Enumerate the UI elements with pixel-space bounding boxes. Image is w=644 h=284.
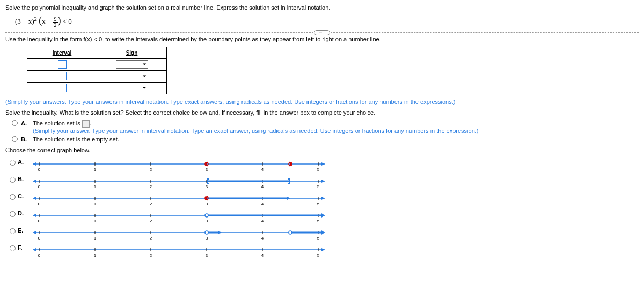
interval-input-1[interactable] <box>58 60 67 69</box>
graph-choice-a: A. 012345 <box>10 158 329 174</box>
svg-text:1: 1 <box>94 167 97 172</box>
svg-text:4: 4 <box>261 236 264 241</box>
choice-b-radio[interactable] <box>12 136 18 142</box>
frac-num: 9 <box>53 17 58 23</box>
section-divider: ····· <box>5 32 639 33</box>
graph-b-label: B. <box>18 176 26 182</box>
svg-text:2: 2 <box>150 219 152 223</box>
svg-point-64 <box>205 214 208 217</box>
graph-choice-c: C. 012345 <box>10 192 329 208</box>
number-line-c: 012345 <box>28 192 329 208</box>
table-row <box>27 58 167 70</box>
svg-text:4: 4 <box>261 167 264 172</box>
sign-select-3[interactable] <box>116 84 148 92</box>
svg-text:2: 2 <box>150 236 152 241</box>
svg-text:5: 5 <box>317 253 320 258</box>
svg-text:4: 4 <box>261 201 264 206</box>
svg-text:2: 2 <box>150 184 152 189</box>
number-line-b: 012345 <box>28 175 329 191</box>
graph-choice-e: E. 012345 <box>10 226 329 242</box>
svg-text:0: 0 <box>38 201 41 206</box>
number-line-e: 012345 <box>28 226 329 242</box>
graph-e-radio[interactable] <box>10 228 16 234</box>
choice-a: A. The solution set is . (Simplify your … <box>12 120 639 134</box>
graph-choice-b: B. 012345 <box>10 175 329 191</box>
interval-input-3[interactable] <box>58 84 67 92</box>
svg-text:4: 4 <box>261 219 264 223</box>
expr-rel: < 0 <box>61 17 72 25</box>
sign-select-1[interactable] <box>116 60 148 69</box>
graph-f-label: F. <box>18 244 26 251</box>
simplify-note: (Simplify your answers. Type your answer… <box>5 99 639 105</box>
graph-c-label: C. <box>18 193 26 199</box>
choice-b-text: The solution set is the empty set. <box>33 136 639 143</box>
svg-text:3: 3 <box>206 184 208 189</box>
graph-b-radio[interactable] <box>10 177 16 183</box>
svg-text:3: 3 <box>206 167 208 172</box>
graph-a-radio[interactable] <box>10 160 16 166</box>
choice-a-text-after: . <box>90 120 91 126</box>
choice-b-label: B. <box>21 136 30 143</box>
expr-base: (3 − x) <box>15 17 34 25</box>
table-row <box>27 82 167 94</box>
graph-choice-f: F. 012345 <box>10 243 329 259</box>
inequality-expression: (3 − x)2 (x − 92) < 0 <box>15 15 639 28</box>
number-line-a: 012345 <box>28 158 329 174</box>
fraction: 92 <box>53 17 58 28</box>
graph-e-label: E. <box>18 227 26 234</box>
sign-select-2[interactable] <box>116 72 148 80</box>
number-line-f: 012345 <box>28 243 329 259</box>
table-header-interval: Interval <box>27 47 97 58</box>
choice-a-note: (Simplify your answer. Type your answer … <box>33 128 639 134</box>
frac-den: 2 <box>53 23 58 28</box>
svg-text:1: 1 <box>94 253 97 258</box>
table-header-sign: Sign <box>97 47 167 58</box>
choice-b: B. The solution set is the empty set. <box>12 136 639 143</box>
svg-text:5: 5 <box>317 167 320 172</box>
expr-exp: 2 <box>34 16 37 22</box>
choice-a-radio[interactable] <box>12 120 18 126</box>
graph-a-label: A. <box>18 159 26 165</box>
svg-text:5: 5 <box>317 201 320 206</box>
svg-text:3: 3 <box>206 219 208 223</box>
svg-text:4: 4 <box>261 184 264 189</box>
divider-handle-icon[interactable]: ····· <box>314 30 330 35</box>
graph-f-radio[interactable] <box>10 245 16 251</box>
svg-text:2: 2 <box>150 253 152 258</box>
svg-text:1: 1 <box>94 184 97 189</box>
svg-text:3: 3 <box>206 236 208 241</box>
solve-prompt: Solve the inequality. What is the soluti… <box>5 109 639 116</box>
svg-text:0: 0 <box>38 253 41 258</box>
graph-c-radio[interactable] <box>10 194 16 200</box>
svg-text:2: 2 <box>150 167 152 172</box>
svg-text:5: 5 <box>317 219 320 223</box>
interval-input-2[interactable] <box>58 72 67 80</box>
number-line-d: 012345 <box>28 209 329 225</box>
svg-point-81 <box>289 231 292 234</box>
svg-text:1: 1 <box>94 201 97 206</box>
table-row <box>27 70 167 82</box>
chevron-down-icon <box>142 74 147 78</box>
svg-text:2: 2 <box>150 201 152 206</box>
svg-text:0: 0 <box>38 236 41 241</box>
sign-table: Interval Sign <box>27 47 167 94</box>
expr-xminus: x − <box>42 17 53 25</box>
svg-point-79 <box>205 231 208 234</box>
svg-text:5: 5 <box>317 236 320 241</box>
graph-choice-d: D. 012345 <box>10 209 329 225</box>
svg-text:0: 0 <box>38 184 41 189</box>
chevron-down-icon <box>142 62 147 66</box>
svg-text:3: 3 <box>206 201 208 206</box>
svg-text:0: 0 <box>38 167 41 172</box>
solution-set-input[interactable] <box>82 120 90 128</box>
interval-instruction: Use the inequality in the form f(x) < 0,… <box>5 36 639 42</box>
graph-d-label: D. <box>18 210 26 216</box>
choice-a-text-before: The solution set is <box>33 120 82 126</box>
graph-choices: A. 012345 B. 012345 C. <box>10 158 639 260</box>
svg-text:1: 1 <box>94 219 97 223</box>
svg-text:5: 5 <box>317 184 320 189</box>
svg-text:0: 0 <box>38 219 41 223</box>
chevron-down-icon <box>142 86 147 90</box>
graph-d-radio[interactable] <box>10 211 16 217</box>
svg-text:3: 3 <box>206 253 208 258</box>
